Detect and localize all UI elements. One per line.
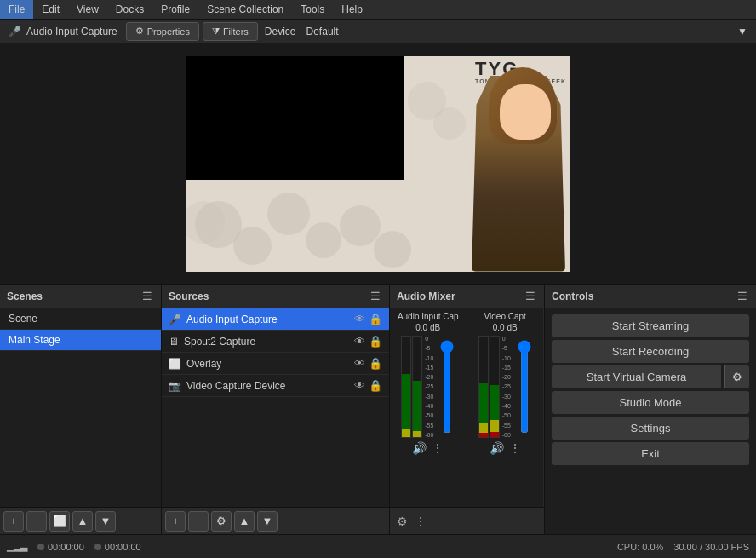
mic-source-icon: 🎤 [169, 314, 181, 325]
audio-panel-menu[interactable]: ☰ [524, 290, 537, 303]
filters-tab[interactable]: ⧩ Filters [203, 22, 258, 41]
source-item-audio-input[interactable]: 🎤 Audio Input Capture 👁 🔒 [162, 308, 389, 331]
audio-video-meter-r [490, 336, 500, 438]
start-virtual-camera-button[interactable]: Start Virtual Camera [552, 365, 721, 388]
audio-video-scale: 0 -5 -10 -15 -20 -25 -30 -40 -50 -55 -60 [501, 336, 515, 438]
audio-video-db: 0.0 dB [493, 323, 518, 332]
eye-icon-3[interactable]: 👁 [354, 357, 365, 370]
audio-input-db: 0.0 dB [415, 323, 440, 332]
controls-buttons-area: Start Streaming Start Recording Start Vi… [545, 308, 756, 534]
source-bar-label: 🎤 Audio Input Capture [3, 26, 123, 37]
fps-label: 30.00 / 30.00 FPS [673, 542, 749, 552]
menu-edit[interactable]: Edit [33, 0, 68, 19]
audio-input-scale: 0 -5 -10 -15 -20 -25 -30 -40 -50 -55 -60 [424, 336, 438, 438]
source-bar-text: Audio Input Capture [26, 26, 117, 37]
source-spout2-icons: 👁 🔒 [354, 335, 382, 348]
menu-help[interactable]: Help [333, 0, 371, 19]
source-item-overlay[interactable]: ⬜ Overlay 👁 🔒 [162, 353, 389, 375]
lock-icon-4[interactable]: 🔒 [369, 379, 382, 392]
lock-icon-3[interactable]: 🔒 [369, 357, 382, 370]
source-item-video-capture[interactable]: 📷 Video Capture Device 👁 🔒 [162, 375, 389, 397]
audio-settings-icon[interactable]: ⚙ [397, 515, 408, 528]
preview-area: TYG TONIGHT • JOINS • GEEK [0, 43, 756, 285]
eye-icon-4[interactable]: 👁 [354, 379, 365, 392]
scene-filter-button[interactable]: ⬜ [49, 511, 70, 532]
sources-panel-menu[interactable]: ☰ [369, 290, 382, 303]
audio-input-speaker[interactable]: 🔊 [412, 441, 427, 455]
sources-panel-title: Sources [169, 291, 209, 302]
exit-button[interactable]: Exit [552, 442, 749, 465]
audio-video-speaker[interactable]: 🔊 [490, 441, 504, 455]
menu-file[interactable]: File [0, 0, 33, 19]
lock-icon[interactable]: 🔒 [369, 313, 382, 325]
filter-icon: ⧩ [212, 26, 220, 37]
scenes-list: Scene Main Stage [0, 308, 161, 507]
source-overlay-label: Overlay [186, 358, 349, 370]
device-label: Device [261, 26, 300, 37]
audio-input-channel-label: Audio Input Cap [393, 312, 463, 321]
properties-tab[interactable]: ⚙ Properties [126, 22, 199, 41]
fps-item: 30.00 / 30.00 FPS [673, 542, 749, 552]
record-time-item: 00:00:00 [94, 542, 141, 552]
stream-time-item: 00:00:00 [37, 542, 84, 552]
audio-channel-input: Audio Input Cap 0.0 dB [390, 308, 467, 507]
add-scene-button[interactable]: + [3, 511, 24, 532]
menu-scene-collection[interactable]: Scene Collection [198, 0, 292, 19]
scene-item-main-stage[interactable]: Main Stage [0, 330, 161, 351]
audio-channel-video: Video Capt 0.0 dB [467, 308, 545, 507]
controls-panel: Controls ☰ Start Streaming Start Recordi… [545, 285, 756, 534]
virtual-camera-gear-icon: ⚙ [732, 371, 742, 383]
start-recording-button[interactable]: Start Recording [552, 340, 749, 363]
studio-mode-button[interactable]: Studio Mode [552, 391, 749, 414]
main-panels: Scenes ☰ Scene Main Stage + − ⬜ ▲ ▼ Sour… [0, 285, 756, 534]
controls-panel-header: Controls ☰ [545, 285, 756, 308]
overlay-source-icon: ⬜ [169, 358, 181, 370]
audio-panel-dots[interactable]: ⋮ [415, 515, 427, 528]
source-item-spout2[interactable]: 🖥 Spout2 Capture 👁 🔒 [162, 331, 389, 353]
add-source-button[interactable]: + [165, 511, 186, 532]
eye-icon[interactable]: 👁 [354, 313, 365, 325]
audio-video-dots[interactable]: ⋮ [509, 441, 521, 455]
scenes-panel-menu[interactable]: ☰ [140, 290, 154, 303]
source-audio-input-label: Audio Input Capture [186, 314, 349, 325]
mic-icon: 🎤 [9, 26, 21, 37]
scene-down-button[interactable]: ▼ [95, 511, 116, 532]
source-up-button[interactable]: ▲ [234, 511, 255, 532]
settings-button[interactable]: Settings [552, 417, 749, 440]
source-settings-button[interactable]: ⚙ [211, 511, 232, 532]
sources-panel-footer: + − ⚙ ▲ ▼ [162, 507, 389, 534]
virtual-camera-settings-button[interactable]: ⚙ [724, 365, 749, 388]
camera-source-icon: 📷 [169, 380, 181, 392]
lock-icon-2[interactable]: 🔒 [369, 335, 382, 348]
menu-profile[interactable]: Profile [152, 0, 198, 19]
menu-view[interactable]: View [68, 0, 107, 19]
audio-input-meter-r [412, 336, 422, 438]
scenes-panel-title: Scenes [7, 291, 43, 302]
audio-channels-container: Audio Input Cap 0.0 dB [390, 308, 544, 507]
sources-list: 🎤 Audio Input Capture 👁 🔒 🖥 Spout2 Captu… [162, 308, 389, 507]
audio-input-meter-l [401, 336, 411, 438]
signal-bars-item: ▁▂▃ [7, 541, 27, 552]
menu-tools[interactable]: Tools [292, 0, 333, 19]
menu-docks[interactable]: Docks [107, 0, 152, 19]
audio-video-fader[interactable] [517, 340, 532, 434]
eye-icon-2[interactable]: 👁 [354, 335, 365, 348]
remove-source-button[interactable]: − [188, 511, 209, 532]
audio-input-fader[interactable] [439, 340, 455, 434]
source-audio-input-icons: 👁 🔒 [354, 313, 382, 325]
controls-panel-menu[interactable]: ☰ [736, 290, 749, 303]
start-streaming-button[interactable]: Start Streaming [552, 314, 749, 337]
cpu-label: CPU: 0.0% [617, 542, 663, 552]
scene-up-button[interactable]: ▲ [72, 511, 93, 532]
remove-scene-button[interactable]: − [26, 511, 47, 532]
gear-icon-small: ⚙ [135, 26, 144, 37]
source-video-capture-icons: 👁 🔒 [354, 379, 382, 392]
source-down-button[interactable]: ▼ [257, 511, 278, 532]
audio-input-dots[interactable]: ⋮ [432, 441, 444, 455]
sourcebar-dropdown[interactable]: ▼ [732, 26, 753, 37]
preview-black-area [186, 56, 404, 180]
scene-item-scene[interactable]: Scene [0, 308, 161, 330]
cpu-item: CPU: 0.0% [617, 542, 663, 552]
audio-video-meter-l [478, 336, 489, 438]
scenes-panel-footer: + − ⬜ ▲ ▼ [0, 507, 161, 534]
